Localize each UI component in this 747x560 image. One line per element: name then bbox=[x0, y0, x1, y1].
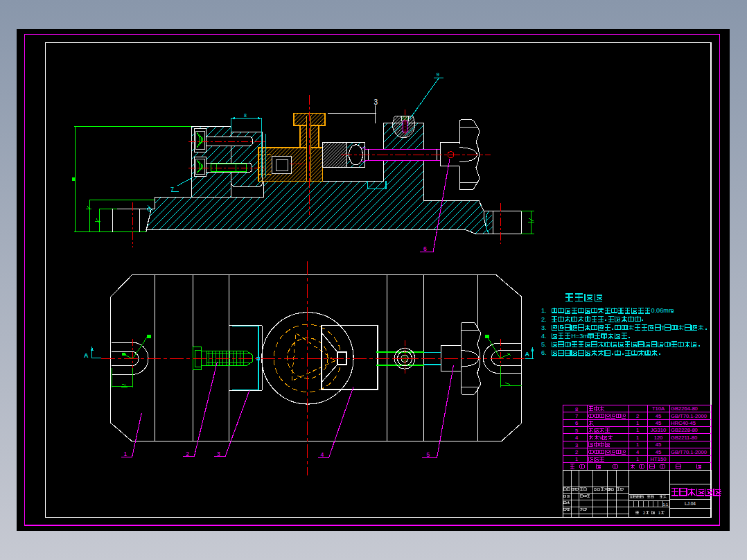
svg-text:GB/T70.1-2000: GB/T70.1-2000 bbox=[671, 449, 707, 455]
svg-text:GB/T70.1-2000: GB/T70.1-2000 bbox=[671, 413, 707, 419]
svg-text:1: 1 bbox=[636, 435, 639, 441]
svg-text:A: A bbox=[84, 352, 89, 359]
svg-text:2: 2 bbox=[636, 413, 639, 419]
svg-text:4.: 4. bbox=[541, 333, 547, 340]
svg-text:45: 45 bbox=[656, 449, 661, 455]
svg-text:GB2211-80: GB2211-80 bbox=[671, 435, 697, 441]
svg-text:0.06mm: 0.06mm bbox=[651, 307, 674, 314]
svg-text:4: 4 bbox=[321, 451, 324, 458]
svg-text:120: 120 bbox=[654, 435, 663, 441]
svg-text:5.: 5. bbox=[541, 341, 547, 348]
svg-text:3: 3 bbox=[575, 442, 578, 448]
svg-text:1:1: 1:1 bbox=[663, 502, 669, 507]
svg-text:A: A bbox=[525, 351, 530, 358]
svg-text:2: 2 bbox=[186, 450, 189, 457]
svg-text:8: 8 bbox=[575, 406, 578, 412]
svg-text:1.: 1. bbox=[541, 307, 547, 314]
svg-text:T10A: T10A bbox=[652, 405, 665, 412]
svg-text:3: 3 bbox=[374, 98, 378, 106]
svg-text:45: 45 bbox=[656, 413, 661, 419]
svg-text:HRC40-45: HRC40-45 bbox=[671, 420, 696, 426]
svg-text:2.: 2. bbox=[541, 316, 547, 323]
svg-text:3: 3 bbox=[217, 450, 220, 457]
svg-text:LJ.04: LJ.04 bbox=[685, 501, 696, 506]
svg-text:6: 6 bbox=[423, 245, 427, 252]
svg-text:1: 1 bbox=[636, 441, 639, 448]
svg-text:5: 5 bbox=[427, 451, 430, 458]
svg-text:6.: 6. bbox=[541, 349, 547, 356]
svg-text:1: 1 bbox=[124, 450, 128, 457]
svg-text:2: 2 bbox=[575, 449, 578, 455]
svg-text:6: 6 bbox=[575, 420, 578, 426]
svg-text:1: 1 bbox=[636, 427, 639, 433]
svg-text:8: 8 bbox=[244, 113, 247, 118]
svg-text:1: 1 bbox=[636, 420, 639, 426]
svg-text:JG310: JG310 bbox=[651, 427, 666, 433]
svg-text:7: 7 bbox=[575, 413, 578, 419]
svg-text:9: 9 bbox=[437, 71, 440, 78]
svg-text:HT150: HT150 bbox=[651, 456, 667, 462]
svg-text:1: 1 bbox=[658, 511, 660, 515]
svg-text:4: 4 bbox=[575, 435, 578, 441]
svg-text:GB2264-80: GB2264-80 bbox=[671, 405, 698, 412]
svg-text:45: 45 bbox=[656, 420, 661, 426]
svg-text:2: 2 bbox=[643, 511, 645, 515]
svg-text:1: 1 bbox=[575, 456, 578, 462]
svg-text:1: 1 bbox=[636, 456, 639, 462]
svg-text:45: 45 bbox=[656, 441, 661, 448]
svg-text:4: 4 bbox=[636, 449, 639, 455]
svg-text:GB2228-80: GB2228-80 bbox=[671, 427, 698, 433]
svg-text:5: 5 bbox=[575, 428, 578, 434]
svg-text:3.: 3. bbox=[541, 324, 547, 331]
